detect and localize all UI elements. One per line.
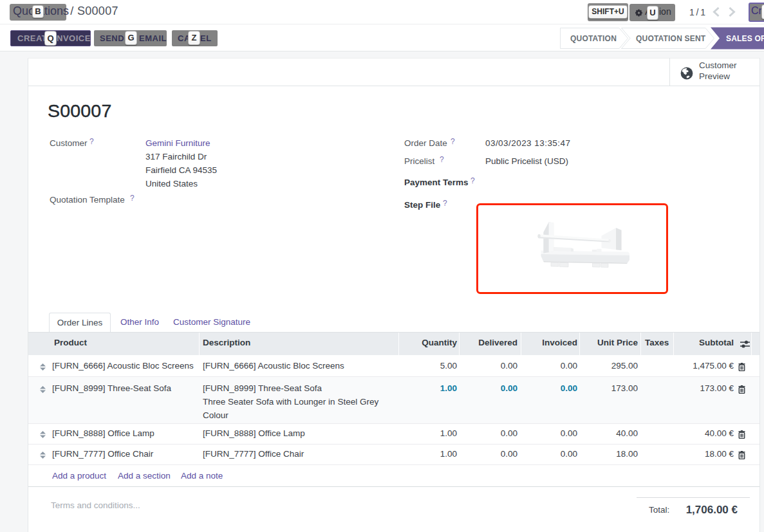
svg-text:QUOTATION SENT: QUOTATION SENT <box>636 34 706 43</box>
svg-text:QUOTATION: QUOTATION <box>570 34 617 43</box>
svg-text:SALES ORDER: SALES ORDER <box>726 34 764 43</box>
